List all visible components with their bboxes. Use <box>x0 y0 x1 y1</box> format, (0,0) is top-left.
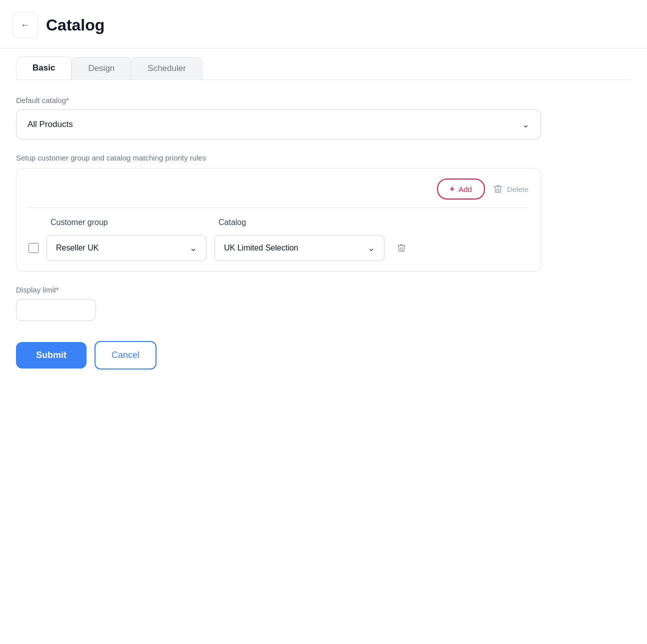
back-icon: ← <box>20 20 30 30</box>
table-row: Reseller UK ⌄ UK Limited Selection ⌄ <box>28 235 528 261</box>
default-catalog-label: Default catalog* <box>16 96 631 104</box>
display-limit-section: Display limit* <box>16 286 631 321</box>
row-delete-button[interactable] <box>392 239 410 257</box>
row-checkbox[interactable] <box>28 243 38 253</box>
display-limit-input[interactable] <box>16 299 96 321</box>
rules-container: + Add Delete <box>16 168 541 272</box>
trash-icon <box>493 184 503 194</box>
default-catalog-section: Default catalog* All Products ⌄ <box>16 96 631 140</box>
plus-icon: + <box>450 184 454 194</box>
delete-button[interactable]: Delete <box>493 184 528 194</box>
tabs: Basic Design Scheduler <box>16 48 631 80</box>
display-limit-label: Display limit* <box>16 286 631 294</box>
customer-group-header: Customer group <box>50 218 210 227</box>
customer-group-value: Reseller UK <box>56 244 98 252</box>
add-label: Add <box>458 185 472 194</box>
customer-group-select[interactable]: Reseller UK ⌄ <box>46 235 206 261</box>
header: ← Catalog <box>0 0 647 48</box>
priority-rules-section: Setup customer group and catalog matchin… <box>16 154 631 272</box>
tab-design[interactable]: Design <box>72 57 131 80</box>
footer-buttons: Submit Cancel <box>16 341 631 370</box>
main-content: Default catalog* All Products ⌄ Setup cu… <box>0 80 647 386</box>
tab-basic[interactable]: Basic <box>16 56 72 80</box>
table-headers: Customer group Catalog <box>28 218 528 227</box>
catalog-select[interactable]: UK Limited Selection ⌄ <box>214 235 384 261</box>
cancel-button[interactable]: Cancel <box>94 341 156 370</box>
row-trash-icon <box>396 243 406 253</box>
back-button[interactable]: ← <box>12 12 38 38</box>
default-catalog-select[interactable]: All Products ⌄ <box>16 110 541 140</box>
tabs-container: Basic Design Scheduler <box>0 48 647 80</box>
rules-divider <box>28 208 528 208</box>
rules-toolbar: + Add Delete <box>28 178 528 200</box>
chevron-down-icon: ⌄ <box>522 119 530 130</box>
submit-button[interactable]: Submit <box>16 342 86 368</box>
priority-rules-label: Setup customer group and catalog matchin… <box>16 154 631 162</box>
catalog-header: Catalog <box>218 218 388 227</box>
chevron-down-icon-cat: ⌄ <box>368 242 375 254</box>
page-title: Catalog <box>46 16 104 34</box>
default-catalog-value: All Products <box>28 120 73 130</box>
page-container: ← Catalog Basic Design Scheduler Default… <box>0 0 647 644</box>
chevron-down-icon-cg: ⌄ <box>190 242 197 254</box>
catalog-value: UK Limited Selection <box>224 244 298 252</box>
add-button[interactable]: + Add <box>437 178 485 200</box>
tab-scheduler[interactable]: Scheduler <box>131 57 202 80</box>
delete-label: Delete <box>507 185 528 194</box>
